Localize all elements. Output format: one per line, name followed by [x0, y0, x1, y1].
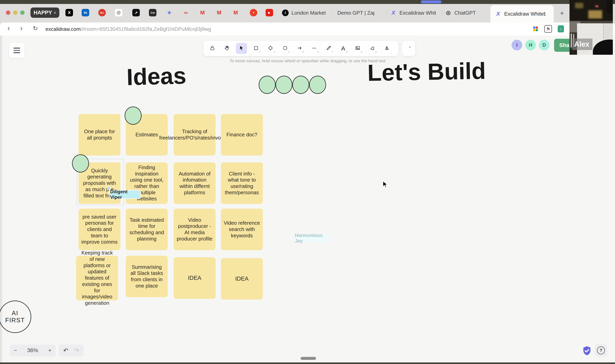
- help-button[interactable]: ?: [595, 344, 607, 356]
- tab-demo-gpt-zapier[interactable]: Demo GPT | Zapier: [334, 7, 387, 19]
- tool-shortcut: 4: [288, 50, 290, 53]
- tab-excalidraw-1[interactable]: XExcalidraw Whitebo: [389, 7, 441, 19]
- webcam-name-label: Alex: [572, 39, 592, 50]
- tab-london-marketing[interactable]: /London Marketing: [281, 7, 331, 19]
- sticky-note[interactable]: Task estimated time for scheduling and p…: [126, 209, 168, 250]
- gmail-icon[interactable]: M: [199, 9, 206, 17]
- zoom-in-button[interactable]: +: [48, 345, 52, 356]
- tab-excalidraw-2[interactable]: XExcalidraw Whitebo: [490, 5, 554, 23]
- gmail-icon[interactable]: M: [232, 9, 240, 17]
- sticky-note[interactable]: Video reference search with keywords: [221, 209, 263, 250]
- reload-button[interactable]: ↻: [33, 25, 38, 32]
- tool-shortcut: 6: [317, 50, 319, 53]
- avatar-i[interactable]: I: [512, 40, 522, 50]
- avatar-h[interactable]: H: [525, 40, 536, 50]
- url-text[interactable]: excalidraw.com/#room=65f130451f9a6cd162f…: [45, 26, 211, 32]
- undo-button[interactable]: ↶: [63, 345, 68, 356]
- image-tool[interactable]: 9: [352, 43, 363, 54]
- sticky-note[interactable]: Keeping track of new platforms or update…: [76, 256, 118, 300]
- arrow-tool[interactable]: 5: [294, 43, 305, 54]
- horizontal-scrollbar[interactable]: [301, 357, 316, 360]
- green-dot[interactable]: [292, 76, 309, 94]
- encryption-shield-icon[interactable]: [582, 346, 592, 357]
- sticky-note[interactable]: Summarising all Slack tasks from clients…: [126, 256, 168, 297]
- chevron-down-icon: ∨: [53, 11, 56, 15]
- sticky-note[interactable]: Video postproducer - AI media producer p…: [174, 209, 215, 250]
- extensions-icon[interactable]: [532, 25, 539, 33]
- new-tab-button[interactable]: +: [558, 9, 566, 17]
- hand-tool-icon: [224, 45, 230, 52]
- close-button[interactable]: [6, 11, 10, 15]
- tool-shortcut: 1: [245, 50, 246, 53]
- green-dot[interactable]: [259, 76, 276, 94]
- gmail-icon-glyph: M: [217, 10, 221, 16]
- canvas-title-ideas[interactable]: Ideas: [126, 62, 187, 91]
- sticky-note[interactable]: pre saved user personas for clients and …: [79, 209, 120, 250]
- capture-icon[interactable]: ↗: [132, 9, 140, 17]
- col-icon[interactable]: Col: [149, 9, 157, 17]
- sticky-note[interactable]: IDEA: [174, 257, 215, 299]
- eraser-tool[interactable]: 0: [367, 43, 378, 54]
- onek-plus-icon[interactable]: 1k+: [98, 9, 106, 17]
- shapes-tool[interactable]: [381, 43, 392, 54]
- redo-button[interactable]: ↷: [74, 345, 79, 356]
- youtube-icon-glyph: ▶: [266, 9, 273, 16]
- reddit-icon[interactable]: •: [250, 9, 257, 17]
- x-icon[interactable]: X: [65, 9, 73, 17]
- green-dot[interactable]: [309, 76, 326, 94]
- tab-chatgpt[interactable]: ⊛ChatGPT: [444, 7, 486, 19]
- sticky-note[interactable]: Finance doc?: [221, 114, 263, 156]
- swirl-icon[interactable]: @: [115, 9, 123, 17]
- onek-plus-icon-glyph: 1k+: [98, 9, 106, 16]
- green-circle-estimates[interactable]: [125, 106, 142, 125]
- tool-shortcut: 3: [274, 50, 275, 53]
- ellipse-tool[interactable]: 4: [280, 43, 291, 54]
- save-doc-icon[interactable]: ↓: [557, 25, 565, 33]
- linkedin-icon[interactable]: in: [81, 9, 89, 17]
- excalidraw-icon: X: [390, 10, 397, 16]
- laser-tool[interactable]: [402, 41, 415, 56]
- avatar-initial: H: [529, 42, 532, 48]
- webcam-dark-corner: [606, 0, 613, 14]
- webcam-overlay: Alex: [570, 0, 613, 55]
- sticky-note[interactable]: IDEA: [221, 258, 263, 299]
- profile-pill[interactable]: HAPPY ∨: [30, 8, 59, 18]
- url-path: /#room=65f130451f9a6cd162fa,ZeBgf1hIDPuM…: [81, 26, 211, 32]
- green-circle-row2[interactable]: [72, 154, 89, 172]
- rectangle-tool[interactable]: 2: [251, 43, 262, 54]
- canvas-title-lets-build[interactable]: Let's Build: [367, 57, 486, 86]
- sticky-note[interactable]: Client info - what tone to use/rating th…: [221, 162, 263, 204]
- zoom-controls: − 36% +: [10, 345, 55, 356]
- gemini-icon[interactable]: ✦: [165, 9, 173, 17]
- avatar-d[interactable]: D: [539, 40, 549, 50]
- draw-tool[interactable]: 7: [323, 43, 334, 54]
- hand-tool[interactable]: [221, 43, 233, 54]
- zoom-button[interactable]: [20, 11, 25, 15]
- ai-first-badge[interactable]: AI FIRST: [0, 300, 31, 333]
- line-tool[interactable]: 6: [309, 43, 320, 54]
- draw-tool-icon: [326, 45, 332, 52]
- sticky-note[interactable]: Tracking of freelancers/PO's/rates/invoi…: [174, 114, 215, 156]
- gmail-icon-glyph: M: [200, 10, 205, 16]
- back-button[interactable]: ‹: [8, 24, 10, 32]
- forward-button[interactable]: ›: [20, 24, 23, 32]
- minimize-button[interactable]: [13, 11, 17, 15]
- diamond-tool[interactable]: 3: [265, 43, 276, 54]
- excalidraw-icon: X: [495, 11, 501, 17]
- cursor-label-diligent-viper: Diligent Viper: [110, 191, 140, 198]
- gmail-icon[interactable]: M: [215, 9, 223, 17]
- google-icon[interactable]: ∞: [182, 9, 190, 17]
- webcam-book-spine: [571, 34, 572, 47]
- youtube-icon[interactable]: ▶: [265, 9, 273, 17]
- lock-tool[interactable]: [207, 43, 218, 54]
- notion-icon[interactable]: N: [544, 25, 552, 33]
- selection-tool[interactable]: 1: [236, 43, 247, 54]
- window-top-strip: [0, 0, 615, 4]
- sticky-note[interactable]: One place for all prompts: [79, 114, 120, 156]
- gemini-icon-glyph: ✦: [167, 9, 172, 16]
- green-dot[interactable]: [275, 76, 293, 94]
- ellipse-tool-icon: [282, 45, 288, 52]
- menu-button[interactable]: [9, 42, 25, 58]
- sticky-note[interactable]: Automation of infomation within differnt…: [174, 162, 215, 204]
- text-tool[interactable]: A8: [338, 43, 349, 54]
